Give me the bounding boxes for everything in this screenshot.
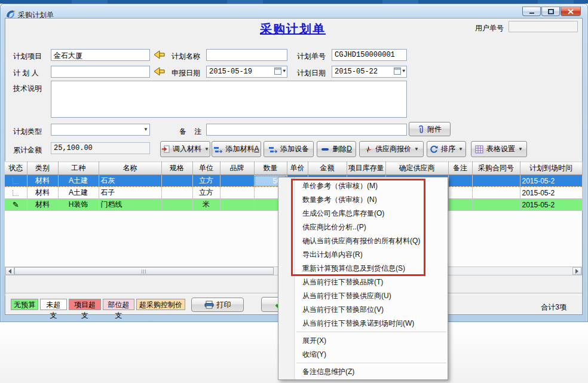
delete-button[interactable]: 删除D	[317, 141, 356, 157]
menu-item-export-plan[interactable]: 导出计划单内容(R)	[278, 248, 448, 262]
chevron-down-icon[interactable]: ▼	[143, 127, 148, 132]
plan-no-input[interactable]: CGJHD150000001	[332, 49, 407, 61]
cell-remark[interactable]	[448, 199, 472, 211]
cell-name[interactable]: 石灰	[99, 175, 161, 187]
cell-unit[interactable]: 立方	[192, 187, 220, 199]
lookup-hand-icon[interactable]	[153, 50, 165, 59]
cell-trade[interactable]: A土建	[58, 175, 99, 187]
cell-status[interactable]	[5, 175, 27, 187]
print-button[interactable]: 打印	[191, 298, 244, 312]
col-remark[interactable]: 备注	[448, 162, 472, 175]
cell-unit[interactable]: 米	[192, 199, 220, 211]
calendar-icon[interactable]	[394, 68, 401, 75]
import-material-button[interactable]: 调入材料 ▼	[160, 141, 210, 157]
remark-input[interactable]	[206, 124, 407, 136]
plan-date-input[interactable]: 2015-05-22 ▼	[332, 66, 407, 78]
cell-spec[interactable]	[161, 199, 192, 211]
menu-item-replace-arrival-time-down[interactable]: 从当前行往下替换承诺到场时间(W)	[278, 317, 448, 330]
scroll-left-arrow[interactable]	[5, 267, 14, 275]
add-equipment-button[interactable]: 添加设备	[264, 141, 314, 157]
cell-spec[interactable]	[161, 187, 192, 199]
col-unit[interactable]: 单位	[192, 162, 220, 175]
cell-arrival-date[interactable]: 2015-05-2	[520, 175, 582, 187]
import-material-label: 调入材料	[173, 144, 201, 154]
cell-unit[interactable]: 立方	[192, 175, 220, 187]
chevron-down-icon: ▼	[458, 147, 463, 152]
close-button[interactable]	[561, 7, 581, 16]
chevron-down-icon[interactable]: ▼	[283, 69, 286, 73]
cell-trade[interactable]: A土建	[58, 187, 99, 199]
menu-item-generate-warehouse-stock[interactable]: 生成公司仓库总库存量(O)	[278, 207, 448, 220]
cell-trade[interactable]: H装饰	[58, 199, 99, 211]
col-stock[interactable]: 项目库存量	[347, 162, 385, 175]
add-material-button[interactable]: 添加材料A	[212, 141, 261, 157]
maximize-button[interactable]	[541, 7, 560, 16]
plan-project-input[interactable]: 金石大厦	[51, 49, 150, 61]
add-material-label: 添加材料	[225, 145, 254, 153]
col-amount[interactable]: 金额	[308, 162, 347, 175]
table-header-row: 状态 类别 工种 名称 规格 单位 品牌 数量 单价 金额 项目库存量 确定供应…	[5, 162, 582, 175]
planner-input[interactable]	[51, 66, 150, 78]
edit-pencil-icon[interactable]: ✎	[5, 199, 27, 211]
cell-name[interactable]: 石子	[99, 187, 161, 199]
cell-contract-no[interactable]	[472, 199, 520, 211]
col-arrival-date[interactable]: 计划到场时间	[520, 162, 582, 175]
menu-item-recalculate-budget[interactable]: 重新计算预算信息及到货信息(S)	[278, 262, 448, 275]
col-status[interactable]: 状态	[5, 162, 27, 175]
menu-item-expand[interactable]: 展开(X)	[278, 334, 448, 348]
plan-project-label: 计划项目	[13, 51, 42, 62]
col-name[interactable]: 名称	[99, 162, 161, 175]
scroll-right-arrow[interactable]	[572, 267, 581, 275]
chevron-down-icon: ▼	[518, 147, 523, 152]
scrollbar-thumb[interactable]	[14, 267, 274, 275]
col-contract-no[interactable]: 采购合同号	[472, 162, 520, 175]
col-qty[interactable]: 数量	[254, 162, 287, 175]
supplier-quote-button[interactable]: 供应商报价 ▼	[359, 141, 424, 157]
col-brand[interactable]: 品牌	[220, 162, 254, 175]
menu-item-confirm-quoted-materials[interactable]: 确认当前供应商有报价的所有材料(Q)	[278, 234, 448, 248]
cell-category[interactable]: 材料	[27, 187, 58, 199]
cell-brand[interactable]	[220, 199, 254, 211]
sort-button[interactable]: 排序 ▼	[427, 141, 466, 157]
cell-status[interactable]	[5, 187, 27, 199]
attachment-button[interactable]: 附件	[409, 122, 451, 136]
col-spec[interactable]: 规格	[161, 162, 192, 175]
cell-arrival-date[interactable]: 2015-05-2	[520, 199, 582, 211]
col-trade[interactable]: 工种	[58, 162, 99, 175]
menu-item-replace-supplier-down[interactable]: 从当前行往下替换供应商(U)	[278, 289, 448, 303]
menu-item-collapse[interactable]: 收缩(Y)	[278, 348, 448, 361]
col-category[interactable]: 类别	[27, 162, 58, 175]
cell-contract-no[interactable]	[472, 187, 520, 199]
lookup-hand-icon[interactable]	[153, 67, 165, 76]
page-title: 采购计划单	[197, 21, 388, 37]
menu-item-replace-part-down[interactable]: 从当前行往下替换部位(V)	[278, 303, 448, 317]
chevron-down-icon[interactable]: ▼	[402, 69, 405, 73]
cell-spec[interactable]	[161, 175, 192, 187]
cell-brand[interactable]	[220, 187, 254, 199]
calendar-icon[interactable]	[274, 68, 281, 75]
menu-item-remark-maintenance[interactable]: 备注信息维护(Z)	[278, 365, 448, 379]
menu-item-supplier-price-analysis[interactable]: 供应商比价分析..(P)	[278, 220, 448, 234]
user-no-input[interactable]	[509, 21, 578, 32]
menu-item-price-reference[interactable]: 单价参考（供审核）(M)	[278, 179, 448, 193]
minimize-button[interactable]	[522, 7, 541, 16]
legend-part-overspent: 部位超支	[103, 299, 134, 310]
menu-item-replace-brand-down[interactable]: 从当前行往下替换品牌(T)	[278, 275, 448, 289]
col-price[interactable]: 单价	[287, 162, 308, 175]
menu-item-qty-reference[interactable]: 数量参考（供审核）(N)	[278, 193, 448, 207]
cell-remark[interactable]	[448, 187, 472, 199]
cell-name[interactable]: 门档线	[99, 199, 161, 211]
cell-category[interactable]: 材料	[27, 175, 58, 187]
plan-type-select[interactable]: ▼	[51, 124, 150, 136]
tech-note-textarea[interactable]	[51, 81, 407, 118]
cell-arrival-date[interactable]: 2015-05-2	[520, 187, 582, 199]
cell-brand[interactable]	[220, 175, 254, 187]
cell-contract-no[interactable]	[472, 175, 520, 187]
cell-category[interactable]: 材料	[27, 199, 58, 211]
plan-name-input[interactable]	[206, 49, 287, 61]
col-supplier[interactable]: 确定供应商	[385, 162, 448, 175]
table-settings-button[interactable]: 表格设置 ▼	[471, 141, 527, 157]
cell-remark[interactable]	[448, 175, 472, 187]
declare-date-label: 申报日期	[172, 68, 200, 78]
declare-date-input[interactable]: 2015-05-19 ▼	[206, 66, 287, 78]
